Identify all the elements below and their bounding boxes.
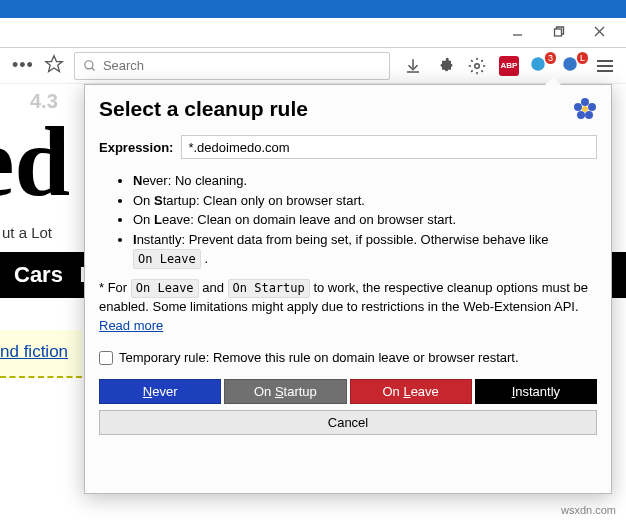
svg-point-16 <box>574 103 582 111</box>
rule-buttons: Never On Startup On Leave Instantly <box>99 379 597 404</box>
tagline-fragment: ut a Lot <box>2 224 52 241</box>
cleanup-rule-popup: Select a cleanup rule Expression: Never:… <box>84 84 612 494</box>
popup-title: Select a cleanup rule <box>99 97 308 121</box>
svg-point-10 <box>531 57 545 71</box>
minimize-icon[interactable] <box>511 25 524 41</box>
svg-rect-1 <box>555 29 562 36</box>
on-leave-button[interactable]: On Leave <box>350 379 472 404</box>
expression-label: Expression: <box>99 140 173 155</box>
temporary-rule-row[interactable]: Temporary rule: Remove this rule on doma… <box>99 350 597 365</box>
search-box[interactable] <box>74 52 390 80</box>
headline-fragment: ed <box>0 104 70 219</box>
rule-never-desc: Never: No cleaning. <box>133 171 597 191</box>
svg-point-13 <box>588 103 596 111</box>
extensions-icon[interactable] <box>432 57 458 75</box>
cancel-button[interactable]: Cancel <box>99 410 597 435</box>
window-controls <box>0 18 626 48</box>
svg-point-9 <box>475 63 480 68</box>
instantly-button[interactable]: Instantly <box>475 379 597 404</box>
restore-icon[interactable] <box>552 25 565 41</box>
rule-startup-desc: On Startup: Clean only on browser start. <box>133 191 597 211</box>
search-icon <box>83 59 97 73</box>
settings-icon[interactable] <box>464 57 490 75</box>
svg-line-6 <box>92 67 95 70</box>
search-input[interactable] <box>103 58 381 73</box>
never-button[interactable]: Never <box>99 379 221 404</box>
downloads-icon[interactable] <box>400 57 426 75</box>
rule-instantly-desc: Instantly: Prevent data from being set, … <box>133 230 597 270</box>
temporary-rule-label: Temporary rule: Remove this rule on doma… <box>119 350 519 365</box>
bookmark-icon[interactable] <box>44 54 64 77</box>
more-icon[interactable]: ••• <box>8 55 38 76</box>
close-icon[interactable] <box>593 25 606 41</box>
rules-description-list: Never: No cleaning. On Startup: Clean on… <box>99 171 597 269</box>
watermark: wsxdn.com <box>561 504 616 516</box>
read-more-link[interactable]: Read more <box>99 318 163 333</box>
svg-point-14 <box>585 111 593 119</box>
extension-badge-1[interactable]: 3 <box>528 55 554 77</box>
svg-point-5 <box>85 60 93 68</box>
abp-icon[interactable]: ABP <box>496 56 522 76</box>
temporary-rule-checkbox[interactable] <box>99 351 113 365</box>
svg-point-11 <box>563 57 577 71</box>
page-link[interactable]: nd fiction <box>0 342 68 362</box>
svg-point-15 <box>577 111 585 119</box>
svg-point-12 <box>581 98 589 106</box>
expression-input[interactable] <box>181 135 597 159</box>
window-titlebar <box>0 0 626 18</box>
footnote: * For On Leave and On Startup to work, t… <box>99 279 597 336</box>
forget-me-not-icon <box>573 97 597 124</box>
menu-icon[interactable] <box>592 60 618 72</box>
rule-leave-desc: On Leave: Clean on domain leave and on b… <box>133 210 597 230</box>
svg-point-17 <box>582 106 588 112</box>
extension-badge-l[interactable]: L <box>560 55 586 77</box>
browser-toolbar: ••• ABP 3 L <box>0 48 626 84</box>
svg-marker-4 <box>46 56 63 72</box>
on-startup-button[interactable]: On Startup <box>224 379 346 404</box>
